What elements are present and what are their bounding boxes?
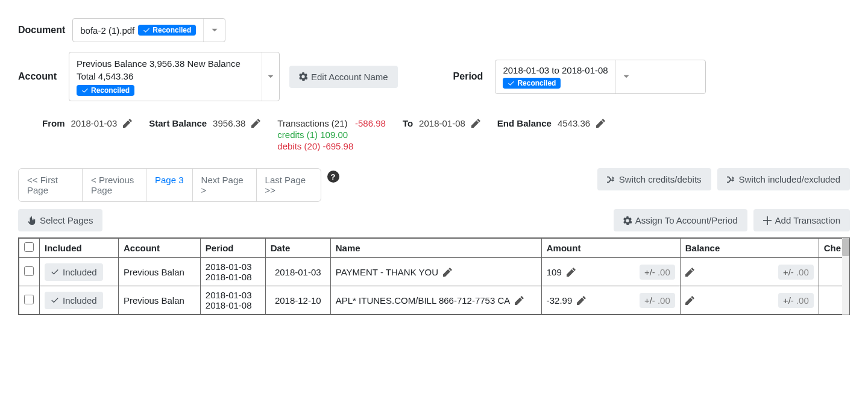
gear-icon	[299, 72, 307, 81]
edit-icon[interactable]	[596, 119, 605, 128]
debits-text: debits (20) -695.98	[277, 141, 386, 151]
period-range: 2018-01-03 to 2018-01-08	[503, 65, 608, 75]
document-select[interactable]: bofa-2 (1).pdf Reconciled	[72, 18, 225, 42]
amount-round-button[interactable]: +/-.00	[640, 265, 675, 280]
included-toggle[interactable]: Included	[45, 263, 103, 281]
edit-icon[interactable]	[685, 268, 694, 277]
switch-included-excluded-button[interactable]: Switch included/excluded	[717, 168, 850, 190]
period-select[interactable]: 2018-01-03 to 2018-01-08 Reconciled	[495, 60, 706, 94]
period-caret[interactable]	[615, 60, 637, 93]
select-pages-button[interactable]: Select Pages	[18, 209, 102, 231]
gear-icon	[623, 216, 632, 225]
start-balance-value: 3956.38	[213, 118, 245, 128]
col-date: Date	[265, 239, 330, 258]
col-name: Name	[330, 239, 541, 258]
pagination-last[interactable]: Last Page >>	[257, 169, 321, 201]
row-account: Previous Balan	[118, 258, 200, 286]
shuffle-icon	[607, 175, 615, 184]
check-icon	[81, 87, 89, 94]
pagination: << First Page < Previous Page Page 3 Nex…	[18, 168, 321, 202]
document-filename: bofa-2 (1).pdf	[80, 25, 134, 36]
row-checkbox[interactable]	[24, 266, 34, 276]
account-label: Account	[18, 71, 57, 82]
row-period: 2018-01-032018-01-08	[206, 262, 260, 282]
start-balance-label: Start Balance	[149, 118, 207, 128]
period-reconciled-badge: Reconciled	[503, 78, 561, 89]
transactions-table: Included Account Period Date Name Amount…	[19, 238, 850, 315]
table-row: IncludedPrevious Balan2018-01-032018-01-…	[19, 286, 851, 315]
document-label: Document	[18, 25, 65, 36]
row-checkbox[interactable]	[24, 295, 34, 304]
to-label: To	[403, 118, 413, 128]
col-account: Account	[118, 239, 200, 258]
row-period: 2018-01-032018-01-08	[206, 290, 260, 310]
edit-icon[interactable]	[251, 119, 260, 128]
check-icon	[143, 27, 150, 34]
credits-text: credits (1) 109.00	[277, 130, 386, 140]
col-balance: Balance	[680, 239, 819, 258]
chevron-down-icon	[623, 73, 630, 80]
edit-icon[interactable]	[123, 119, 132, 128]
edit-icon[interactable]	[577, 296, 586, 305]
plus-icon	[763, 216, 772, 225]
pagination-current[interactable]: Page 3	[146, 169, 193, 201]
table-row: IncludedPrevious Balan2018-01-032018-01-…	[19, 258, 851, 286]
col-included: Included	[40, 239, 119, 258]
switch-credits-debits-button[interactable]: Switch credits/debits	[597, 168, 711, 190]
account-reconciled-badge: Reconciled	[77, 85, 134, 96]
edit-icon[interactable]	[471, 119, 480, 128]
pagination-prev[interactable]: < Previous Page	[83, 169, 146, 201]
edit-icon[interactable]	[567, 268, 576, 277]
transactions-net: -586.98	[355, 118, 386, 128]
row-name: APL* ITUNES.COM/BILL 866-712-7753 CA	[336, 295, 511, 306]
add-transaction-button[interactable]: Add Transaction	[753, 209, 850, 231]
pagination-next[interactable]: Next Page >	[193, 169, 257, 201]
account-caret[interactable]	[262, 52, 279, 101]
document-caret[interactable]	[203, 19, 225, 42]
amount-round-button[interactable]: +/-.00	[640, 293, 675, 308]
to-value: 2018-01-08	[419, 118, 465, 128]
check-icon	[51, 296, 59, 304]
transactions-table-wrap: Included Account Period Date Name Amount…	[18, 237, 850, 315]
chevron-down-icon	[211, 27, 218, 34]
balance-round-button[interactable]: +/-.00	[778, 265, 814, 280]
from-label: From	[42, 118, 65, 128]
row-date: 2018-12-10	[265, 286, 330, 315]
period-label: Period	[453, 71, 483, 82]
transactions-label: Transactions (21)	[277, 118, 347, 128]
check-icon	[508, 80, 515, 87]
end-balance-value: 4543.36	[558, 118, 590, 128]
balance-round-button[interactable]: +/-.00	[778, 293, 814, 308]
col-amount: Amount	[541, 239, 680, 258]
shuffle-icon	[727, 175, 735, 184]
edit-icon[interactable]	[515, 296, 524, 305]
help-icon[interactable]: ?	[327, 171, 339, 183]
account-select[interactable]: Previous Balance 3,956.38 New Balance To…	[69, 52, 280, 101]
check-icon	[51, 268, 59, 276]
account-text: Previous Balance 3,956.38 New Balance To…	[77, 57, 254, 83]
row-name: PAYMENT - THANK YOU	[336, 267, 438, 277]
row-amount: -32.99	[547, 295, 573, 306]
row-amount: 109	[547, 267, 562, 277]
row-account: Previous Balan	[118, 286, 200, 315]
hand-pointer-icon	[28, 216, 36, 225]
assign-to-account-period-button[interactable]: Assign To Account/Period	[614, 209, 747, 231]
edit-account-name-button[interactable]: Edit Account Name	[289, 66, 398, 88]
row-date: 2018-01-03	[265, 258, 330, 286]
from-value: 2018-01-03	[71, 118, 118, 128]
end-balance-label: End Balance	[497, 118, 552, 128]
document-reconciled-badge: Reconciled	[138, 25, 196, 36]
col-period: Period	[200, 239, 265, 258]
chevron-down-icon	[267, 73, 274, 80]
edit-icon[interactable]	[685, 296, 694, 305]
select-all-checkbox[interactable]	[24, 242, 34, 252]
edit-icon[interactable]	[443, 268, 452, 277]
vertical-scrollbar[interactable]	[842, 238, 849, 315]
pagination-first[interactable]: << First Page	[19, 169, 83, 201]
included-toggle[interactable]: Included	[45, 292, 103, 309]
